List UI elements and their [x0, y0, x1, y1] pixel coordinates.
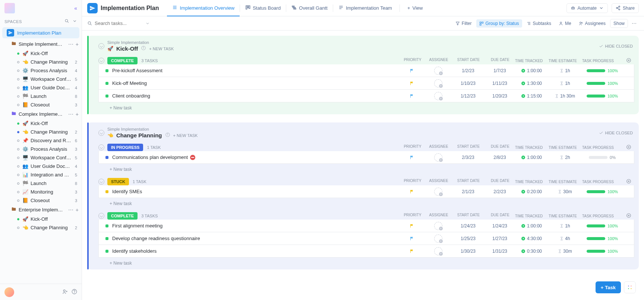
- priority-flag-icon[interactable]: [410, 81, 414, 86]
- due-date-cell[interactable]: 1/31/23: [485, 249, 515, 254]
- task-row[interactable]: Client onboarding 1/12/23 1/20/23 1:15:0…: [98, 90, 634, 102]
- hide-closed-button[interactable]: HIDE CLOSED: [599, 44, 633, 48]
- group-new-task-button[interactable]: + NEW TASK: [173, 133, 198, 138]
- time-estimate-cell[interactable]: 4h: [548, 236, 582, 241]
- task-name-cell[interactable]: Identify SMEs: [112, 189, 399, 194]
- add-column-button[interactable]: [623, 213, 634, 219]
- new-task-inline-button[interactable]: + New task: [98, 102, 634, 112]
- task-name-cell[interactable]: Pre-kickoff Assessment: [112, 68, 399, 73]
- time-tracked-cell[interactable]: 0:20:00: [515, 189, 548, 194]
- assignee-placeholder-icon[interactable]: [434, 92, 442, 100]
- priority-flag-icon[interactable]: [410, 236, 414, 241]
- assignee-cell[interactable]: [425, 79, 451, 87]
- status-square-icon[interactable]: [105, 82, 108, 85]
- time-tracked-cell[interactable]: 1:00:00: [515, 155, 548, 160]
- due-date-cell[interactable]: 1/11/23: [485, 81, 515, 86]
- sidebar-list-item[interactable]: 👈 Change Planning 2: [0, 58, 82, 66]
- task-row[interactable]: Kick-off Meeting 1/10/23 1/11/23 1:30:00…: [98, 77, 634, 90]
- group-title[interactable]: Change Planning: [116, 132, 162, 138]
- priority-flag-icon[interactable]: [410, 249, 414, 253]
- time-tracked-cell[interactable]: 1:15:00: [515, 93, 548, 99]
- task-row[interactable]: First alignment meeting 1/24/23 1/24/23 …: [98, 220, 634, 232]
- status-pill[interactable]: COMPLETE: [107, 57, 138, 64]
- header-space[interactable]: Implementation Plan: [87, 3, 159, 13]
- add-column-button[interactable]: [623, 179, 634, 185]
- collapse-status-button[interactable]: [98, 213, 104, 219]
- due-date-cell[interactable]: 2/8/23: [485, 155, 515, 160]
- collapse-status-button[interactable]: [98, 144, 104, 150]
- assignee-placeholder-icon[interactable]: [434, 153, 442, 162]
- sidebar-space-implementation-plan[interactable]: Implementation Plan: [2, 27, 79, 38]
- task-name-cell[interactable]: Client onboarding: [112, 93, 399, 99]
- assignee-cell[interactable]: [425, 222, 451, 230]
- subtasks-button[interactable]: Subtasks: [524, 19, 554, 28]
- time-estimate-cell[interactable]: 1h: [548, 223, 582, 229]
- due-date-cell[interactable]: 1/20/23: [485, 93, 515, 99]
- status-square-icon[interactable]: [105, 190, 108, 193]
- sidebar-list-item[interactable]: 📈 Monitoring 3: [0, 188, 82, 196]
- status-square-icon[interactable]: [105, 156, 108, 159]
- assignee-placeholder-icon[interactable]: [434, 67, 442, 75]
- due-date-cell[interactable]: 1/7/23: [485, 68, 515, 73]
- view-tab[interactable]: Implementation Overview: [167, 0, 240, 16]
- sidebar-list-item[interactable]: 🖥️ Workspace Confi… 5: [0, 75, 82, 83]
- assignee-placeholder-icon[interactable]: [434, 234, 442, 243]
- sidebar-list-item[interactable]: 📙 Closeout 3: [0, 196, 82, 205]
- filter-button[interactable]: Filter: [452, 19, 475, 28]
- group-crumb[interactable]: Simple Implementation: [107, 127, 198, 131]
- play-icon[interactable]: [521, 94, 525, 98]
- play-icon[interactable]: [521, 236, 525, 241]
- folder-more-icon[interactable]: ⋯: [68, 111, 73, 117]
- info-icon[interactable]: [141, 45, 146, 52]
- view-tab[interactable]: Overall Gantt: [286, 0, 333, 16]
- priority-flag-icon[interactable]: [410, 189, 414, 194]
- add-view-button[interactable]: + View: [402, 5, 428, 11]
- assignee-placeholder-icon[interactable]: [434, 222, 442, 230]
- search-box[interactable]: [87, 20, 154, 26]
- priority-cell[interactable]: [399, 68, 425, 73]
- collapse-group-button[interactable]: [98, 130, 104, 136]
- sidebar-list-item[interactable]: 👥 User Guide Docu… 4: [0, 83, 82, 92]
- sidebar-folder[interactable]: Complex Impleme… ⋯ +: [0, 109, 82, 119]
- new-task-inline-button[interactable]: + New task: [98, 258, 634, 267]
- time-tracked-cell[interactable]: 1:30:00: [515, 81, 548, 86]
- start-date-cell[interactable]: 1/24/23: [451, 223, 485, 229]
- status-pill[interactable]: IN PROGRESS: [107, 144, 143, 151]
- play-icon[interactable]: [521, 81, 525, 86]
- priority-cell[interactable]: [399, 249, 425, 253]
- blocked-icon[interactable]: [190, 155, 195, 160]
- start-date-cell[interactable]: 1/25/23: [451, 236, 485, 241]
- task-progress-cell[interactable]: 100%: [582, 224, 623, 228]
- sidebar-list-item[interactable]: 👈 Change Planning 2: [0, 223, 82, 232]
- sidebar-list-item[interactable]: 📌 Discovery and Re… 6: [0, 136, 82, 145]
- new-task-inline-button[interactable]: + New task: [98, 164, 634, 173]
- sidebar-list-item[interactable]: ⚙️ Process Analysis 4: [0, 66, 82, 75]
- automate-button[interactable]: Automate: [566, 3, 608, 13]
- task-name-cell[interactable]: Kick-off Meeting: [112, 80, 399, 86]
- user-avatar[interactable]: [4, 287, 14, 297]
- priority-cell[interactable]: [399, 236, 425, 241]
- task-progress-cell[interactable]: 100%: [582, 94, 623, 98]
- info-icon[interactable]: [165, 132, 170, 138]
- start-date-cell[interactable]: 1/12/23: [451, 93, 485, 99]
- assignee-cell[interactable]: [425, 188, 451, 196]
- time-tracked-cell[interactable]: 0:30:00: [515, 249, 548, 254]
- new-task-inline-button[interactable]: + New task: [98, 198, 634, 208]
- task-row[interactable]: Develop change readiness questionnaire 1…: [98, 232, 634, 245]
- assignee-placeholder-icon[interactable]: [434, 247, 442, 255]
- collapse-status-button[interactable]: [98, 58, 104, 64]
- task-name-cell[interactable]: Communications plan development: [112, 154, 399, 160]
- chevron-down-icon[interactable]: [145, 21, 150, 26]
- group-crumb[interactable]: Simple Implementation: [107, 40, 174, 45]
- time-estimate-cell[interactable]: 1h 30m: [548, 93, 582, 99]
- sidebar-list-item[interactable]: 🚀 Kick-Off: [0, 215, 82, 223]
- hide-closed-button[interactable]: HIDE CLOSED: [599, 131, 633, 135]
- add-column-button[interactable]: [623, 58, 634, 64]
- sidebar-list-item[interactable]: ⚙️ Process Analysis 3: [0, 145, 82, 153]
- sidebar-list-item[interactable]: 🏁 Launch 8: [0, 179, 82, 188]
- time-tracked-cell[interactable]: 1:00:00: [515, 223, 548, 229]
- due-date-cell[interactable]: 1/24/23: [485, 223, 515, 229]
- start-date-cell[interactable]: 2/1/23: [451, 189, 485, 194]
- time-tracked-cell[interactable]: 4:30:00: [515, 236, 548, 241]
- due-date-cell[interactable]: 2/2/23: [485, 189, 515, 194]
